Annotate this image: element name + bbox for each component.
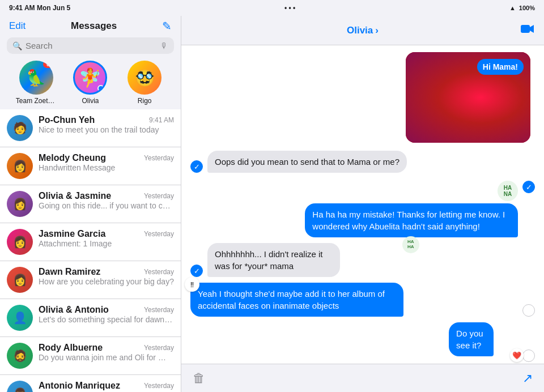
message-bubble-2: Ha ha ha my mistake! Thanks for letting … xyxy=(305,203,518,237)
message-select-2[interactable]: ✓ xyxy=(522,181,535,193)
status-time: 9:41 AM Mon Jun 5 xyxy=(9,4,70,12)
search-icon: 🔍 xyxy=(12,41,22,50)
video-call-button[interactable] xyxy=(520,23,535,38)
conv-content-po-chun: Po-Chun Yeh 9:41 AM Nice to meet you on … xyxy=(39,115,174,134)
edit-button[interactable]: Edit xyxy=(9,20,26,32)
svg-point-5 xyxy=(440,97,485,131)
detail-pane: Olivia › xyxy=(181,16,544,392)
conv-avatar-melody: 👩 xyxy=(7,153,33,179)
conv-name-dawn: Dawn Ramirez xyxy=(39,267,100,277)
conversation-list: 🧑 Po-Chun Yeh 9:41 AM Nice to meet you o… xyxy=(0,109,181,392)
pinned-avatar-rigo: 🥸 xyxy=(128,61,162,95)
pinned-contact-team[interactable]: 🦜 6 Team Zoetrope xyxy=(16,61,57,105)
image-card: Hi Mama! xyxy=(406,52,530,143)
conv-item-olivia-antonio[interactable]: 👤 Olivia & Antonio Yesterday Let's do so… xyxy=(0,299,181,337)
flower-image: Hi Mama! xyxy=(406,52,530,143)
conv-avatar-antonio: 👨 xyxy=(7,381,33,392)
conv-preview-jasmine: Attachment: 1 Image xyxy=(39,239,174,248)
svg-point-3 xyxy=(423,63,479,109)
conv-time-olivia-jasmine: Yesterday xyxy=(144,192,174,200)
haha-reaction: HAHA xyxy=(402,236,419,253)
conv-content-olivia-jasmine: Olivia & Jasmine Yesterday Going on this… xyxy=(39,191,174,210)
svg-rect-10 xyxy=(454,131,456,143)
message-row-2: ✓ HANA Ha ha ha my mistake! Thanks for l… xyxy=(190,181,535,237)
trash-button[interactable]: 🗑 xyxy=(193,371,205,386)
pinned-name-olivia: Olivia xyxy=(82,97,99,105)
conv-preview-po-chun: Nice to meet you on the trail today xyxy=(39,125,174,134)
compose-button[interactable]: ✎ xyxy=(162,20,172,32)
conv-item-antonio[interactable]: 👨 Antonio Manriquez Yesterday xyxy=(0,375,181,392)
conv-avatar-olivia-jasmine: 👩 xyxy=(7,191,33,217)
message-row-1: ✓ Oops did you mean to send that to Mama… xyxy=(190,151,535,173)
detail-bottom-bar: 🗑 ↗ xyxy=(181,364,544,392)
conv-content-melody: Melody Cheung Yesterday Handwritten Mess… xyxy=(39,153,174,172)
conv-avatar-dawn: 👩 xyxy=(7,267,33,293)
message-row-5: Do you see it? ❤️ xyxy=(190,322,535,362)
status-indicators: ▲ 100% xyxy=(509,5,535,11)
conv-time-jasmine: Yesterday xyxy=(144,230,174,238)
svg-point-9 xyxy=(453,117,460,123)
svg-point-8 xyxy=(463,123,473,134)
conv-name-jasmine: Jasmine Garcia xyxy=(39,229,105,239)
svg-point-6 xyxy=(453,119,466,133)
conv-content-olivia-antonio: Olivia & Antonio Yesterday Let's do some… xyxy=(39,305,174,324)
conv-item-po-chun[interactable]: 🧑 Po-Chun Yeh 9:41 AM Nice to meet you o… xyxy=(0,109,181,147)
message-select-1[interactable]: ✓ xyxy=(190,160,203,173)
wifi-icon: ▲ xyxy=(509,5,516,11)
heart-reaction-5: ❤️ xyxy=(510,348,524,362)
status-dots: • • • xyxy=(284,4,295,12)
message-bubble-4: Yeah I thought she'd maybe add it to her… xyxy=(190,283,403,317)
svg-point-4 xyxy=(460,83,522,123)
pinned-contact-rigo[interactable]: 🥸 Rigo xyxy=(124,61,165,105)
conv-item-dawn[interactable]: 👩 Dawn Ramirez Yesterday How are you cel… xyxy=(0,261,181,299)
exclamation-tapback: ‼️ xyxy=(185,277,199,292)
search-bar: 🔍 🎙 xyxy=(7,37,174,54)
mic-icon[interactable]: 🎙 xyxy=(160,41,168,50)
conv-preview-olivia-antonio: Let's do something special for dawn at t… xyxy=(39,315,174,324)
search-input[interactable] xyxy=(26,41,157,50)
messages-area: Hi Mama! ✓ Oops did you mean to send tha… xyxy=(181,45,544,364)
pinned-contact-olivia[interactable]: 🧚 Olivia xyxy=(70,61,110,105)
share-button[interactable]: ↗ xyxy=(522,371,533,386)
conv-item-jasmine[interactable]: 👩 Jasmine Garcia Yesterday Attachment: 1… xyxy=(0,223,181,261)
pinned-avatar-team: 🦜 6 xyxy=(19,61,53,95)
chevron-icon: › xyxy=(375,25,379,36)
conv-name-po-chun: Po-Chun Yeh xyxy=(39,115,95,125)
message-bubble-5: Do you see it? xyxy=(449,322,494,356)
conv-avatar-jasmine: 👩 xyxy=(7,229,33,255)
message-select-5[interactable] xyxy=(522,350,535,362)
message-select-3[interactable]: ✓ xyxy=(190,265,203,277)
pinned-contacts-row: 🦜 6 Team Zoetrope 🧚 Olivia 🥸 Rigo xyxy=(0,58,181,109)
conv-content-rody: Rody Albuerne Yesterday Do you wanna joi… xyxy=(39,343,174,362)
conv-time-olivia-antonio: Yesterday xyxy=(144,306,174,314)
online-dot-olivia xyxy=(97,85,104,92)
conv-item-melody[interactable]: 👩 Melody Cheung Yesterday Handwritten Me… xyxy=(0,147,181,185)
conv-avatar-olivia-antonio: 👤 xyxy=(7,305,33,331)
message-bubble-3: Ohhhhhhh... I didn't realize it was for … xyxy=(207,243,340,277)
conv-name-antonio: Antonio Manriquez xyxy=(39,381,120,391)
conv-item-rody[interactable]: 🧔 Rody Albuerne Yesterday Do you wanna j… xyxy=(0,337,181,375)
conv-name-olivia-antonio: Olivia & Antonio xyxy=(39,305,109,315)
pinned-name-team: Team Zoetrope xyxy=(16,97,57,105)
conv-preview-dawn: How are you celebrating your big day? xyxy=(39,277,174,286)
conv-name-rody: Rody Albuerne xyxy=(39,343,103,353)
main-layout: Edit Messages ✎ 🔍 🎙 🦜 6 Team Zoetrope 🧚 xyxy=(0,16,544,392)
pinned-avatar-olivia: 🧚 xyxy=(73,61,107,95)
sidebar: Edit Messages ✎ 🔍 🎙 🦜 6 Team Zoetrope 🧚 xyxy=(0,16,181,392)
conv-item-olivia-jasmine[interactable]: 👩 Olivia & Jasmine Yesterday Going on th… xyxy=(0,185,181,223)
conv-preview-olivia-jasmine: Going on this ride... if you want to com… xyxy=(39,201,174,210)
conv-name-olivia-jasmine: Olivia & Jasmine xyxy=(39,191,111,201)
conv-content-dawn: Dawn Ramirez Yesterday How are you celeb… xyxy=(39,267,174,286)
conv-content-antonio: Antonio Manriquez Yesterday xyxy=(39,381,174,391)
detail-contact-name[interactable]: Olivia › xyxy=(347,25,379,36)
conv-time-rody: Yesterday xyxy=(144,344,174,352)
svg-rect-0 xyxy=(521,25,530,33)
memoji-ha-na: HANA xyxy=(498,181,518,201)
message-row-3: ✓ Ohhhhhhh... I didn't realize it was fo… xyxy=(190,243,535,277)
svg-point-7 xyxy=(444,118,453,127)
conv-name-melody: Melody Cheung xyxy=(39,153,106,163)
message-row-4: Yeah I thought she'd maybe add it to her… xyxy=(190,283,535,317)
message-select-4[interactable] xyxy=(522,304,535,317)
conv-content-jasmine: Jasmine Garcia Yesterday Attachment: 1 I… xyxy=(39,229,174,248)
sidebar-header: Edit Messages ✎ xyxy=(0,16,181,34)
